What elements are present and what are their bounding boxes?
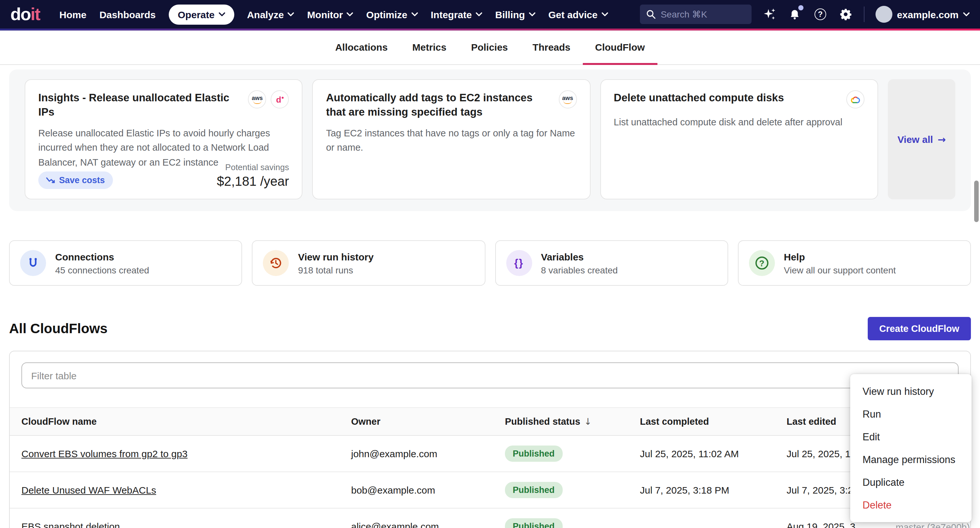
table-row[interactable]: Delete Unused WAF WebACLs bob@example.co… [10,472,970,509]
nav-item-operate[interactable]: Operate [169,4,234,24]
aws-provider-icon: aws [248,90,266,108]
nav-item-integrate[interactable]: Integrate [431,9,482,20]
nav-item-home[interactable]: Home [59,9,86,20]
last-completed-cell: Jul 25, 2025, 11:02 AM [640,448,787,459]
potential-savings: Potential savings $2,181 /year [217,163,289,189]
tab-policies[interactable]: Policies [459,30,520,65]
owner-cell: john@example.com [351,448,505,459]
doit-logo[interactable]: doit [10,6,40,23]
filter-table-input[interactable] [21,362,959,388]
aws-provider-icon: aws [558,90,577,108]
connections-card[interactable]: Connections 45 connections created [9,240,242,286]
chevron-down-icon [411,12,418,17]
tab-threads[interactable]: Threads [520,30,583,65]
status-badge: Published [505,518,562,528]
chevron-down-icon [288,12,294,17]
menu-item-run[interactable]: Run [850,403,972,425]
quick-card-subtitle: 45 connections created [55,265,149,275]
nav-item-analyze[interactable]: Analyze [247,9,294,20]
nav-item-billing[interactable]: Billing [495,9,535,20]
chevron-down-icon [529,12,535,17]
row-context-menu: View run history Run Edit Manage permiss… [850,374,972,522]
tab-allocations[interactable]: Allocations [323,30,400,65]
view-all-link[interactable]: View all → [897,134,946,145]
run-history-icon [263,250,289,276]
menu-item-duplicate[interactable]: Duplicate [850,471,972,494]
owner-cell: alice@example.com [351,521,505,528]
nav-item-dashboards[interactable]: Dashboards [99,9,156,20]
nav-item-monitor[interactable]: Monitor [307,9,353,20]
help-button[interactable]: ? [813,7,827,21]
global-search[interactable] [640,5,752,24]
variables-card[interactable]: {} Variables 8 variables created [495,240,728,286]
status-badge: Published [505,445,562,462]
column-header-name[interactable]: CloudFlow name [21,416,351,427]
chip-label: Save costs [59,175,105,185]
sparkle-icon [763,8,776,21]
settings-button[interactable] [838,7,853,21]
help-icon: ? [815,8,826,20]
quick-card-subtitle: 918 total runs [298,265,374,275]
insights-panel: Insights - Release unallocated Elastic I… [9,70,971,211]
chevron-down-icon [963,12,970,17]
help-circle-icon: ? [749,250,775,276]
table-row[interactable]: Convert EBS volumes from gp2 to gp3 john… [10,436,970,472]
doit-provider-icon: d [271,90,289,108]
table-row[interactable]: EBS snapshot deletion alice@example.com … [10,509,970,528]
search-input[interactable] [661,9,738,19]
nav-item-label: Get advice [549,9,598,20]
arrow-right-icon: → [937,134,946,145]
nav-item-label: Billing [495,9,525,20]
nav-right-cluster: ? example.com [640,5,970,24]
trend-down-icon [46,176,55,184]
help-card[interactable]: ? Help View all our support content [738,240,971,286]
menu-item-delete[interactable]: Delete [850,494,972,516]
quick-card-title: Connections [55,251,149,262]
insight-card-title: Automatically add tags to EC2 instances … [326,90,559,119]
run-history-card[interactable]: View run history 918 total runs [252,240,485,286]
avatar [875,6,892,23]
account-menu[interactable]: example.com [875,6,970,23]
insight-card-title: Insights - Release unallocated Elastic I… [38,90,248,119]
cloudflow-name-link[interactable]: Convert EBS volumes from gp2 to gp3 [21,448,188,459]
insight-card-auto-tag-ec2[interactable]: Automatically add tags to EC2 instances … [312,79,590,199]
cloudflow-page: doit Home Dashboards Operate Analyze Mon… [0,0,980,528]
nav-item-optimize[interactable]: Optimize [366,9,418,20]
logo-it: it [30,4,40,24]
column-header-last-completed[interactable]: Last completed [640,416,787,427]
braces-icon: {} [506,250,532,276]
chevron-down-icon [476,12,482,17]
column-header-owner[interactable]: Owner [351,416,505,427]
menu-item-manage-permissions[interactable]: Manage permissions [850,448,972,471]
quick-card-title: Variables [541,251,618,262]
connections-icon [20,250,46,276]
column-header-published-status[interactable]: Published status↓ [505,416,640,427]
tab-metrics[interactable]: Metrics [400,30,459,65]
insight-card-delete-compute-disks[interactable]: Delete unattached compute disks List una… [600,79,878,199]
owner-cell: bob@example.com [351,485,505,496]
nav-item-label: Monitor [307,9,343,20]
tab-cloudflow[interactable]: CloudFlow [583,30,657,65]
chevron-down-icon [347,12,353,17]
nav-divider [864,6,864,22]
nav-item-label: Analyze [247,9,284,20]
quick-card-title: View run history [298,251,374,262]
quick-card-subtitle: View all our support content [784,265,896,275]
save-costs-chip: Save costs [38,171,113,189]
last-completed-cell: Jul 7, 2025, 3:18 PM [640,485,787,496]
insight-card-release-elastic-ips[interactable]: Insights - Release unallocated Elastic I… [25,79,303,199]
create-cloudflow-button[interactable]: Create CloudFlow [867,317,971,340]
nav-item-label: Operate [178,9,215,20]
menu-item-view-run-history[interactable]: View run history [850,380,972,403]
chevron-down-icon [218,12,225,17]
quick-links-row: Connections 45 connections created View … [9,240,971,286]
sort-desc-icon: ↓ [584,416,592,427]
ai-sparkle-button[interactable] [763,7,777,21]
cloudflow-name-link[interactable]: EBS snapshot deletion [21,520,120,528]
nav-item-label: Optimize [366,9,407,20]
nav-item-get-advice[interactable]: Get advice [549,9,608,20]
notifications-button[interactable] [788,7,802,21]
cloudflow-name-link[interactable]: Delete Unused WAF WebACLs [21,484,156,495]
vertical-scrollbar-thumb[interactable] [974,180,979,222]
menu-item-edit[interactable]: Edit [850,425,972,448]
